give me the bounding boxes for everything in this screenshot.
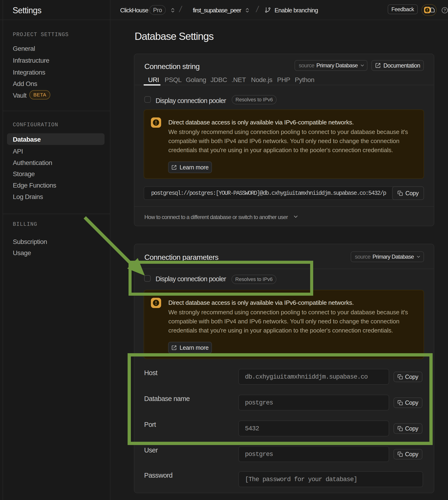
svg-text:?: ?: [444, 8, 446, 12]
